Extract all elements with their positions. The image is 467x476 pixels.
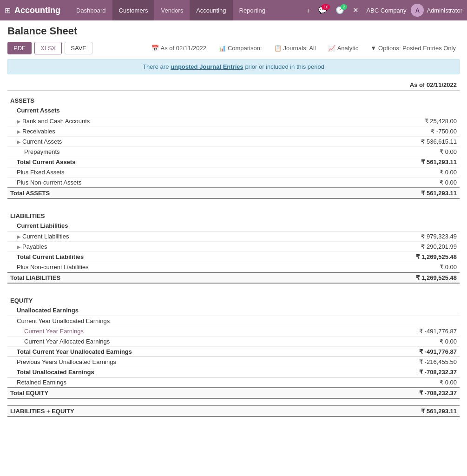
table-row: ▶Current Assets ₹ 536,615.11 xyxy=(7,137,460,147)
toolbar-filters: 📅 As of 02/11/2022 📊 Comparison: 📋 Journ… xyxy=(148,43,460,53)
pdf-button[interactable]: PDF xyxy=(7,42,32,54)
current-assets-group-header: Current Assets xyxy=(7,105,460,116)
table-row: ▶Receivables ₹ -750.00 xyxy=(7,126,460,137)
row-label[interactable]: ▶Current Assets xyxy=(7,137,324,147)
analytic-label: Analytic xyxy=(337,45,359,52)
main-content: Balance Sheet PDF XLSX SAVE 📅 As of 02/1… xyxy=(0,20,467,422)
total-value: ₹ 1,269,525.48 xyxy=(324,252,460,262)
liabilities-section-header: LIABILITIES xyxy=(7,206,460,220)
total-value: ₹ 561,293.11 xyxy=(324,157,460,167)
row-label: Current Year Unallocated Earnings xyxy=(7,316,324,326)
row-label[interactable]: ▶Bank and Cash Accounts xyxy=(7,116,324,126)
total-current-assets-row: Total Current Assets ₹ 561,293.11 xyxy=(7,157,460,167)
row-label[interactable]: ▶Receivables xyxy=(7,126,324,137)
liabilities-equity-label: LIABILITIES + EQUITY xyxy=(7,406,324,416)
row-value: ₹ -750.00 xyxy=(324,126,460,137)
row-label: Prepayments xyxy=(7,147,324,157)
comparison-filter[interactable]: 📊 Comparison: xyxy=(215,43,266,53)
row-label: Previous Years Unallocated Earnings xyxy=(7,357,324,367)
date-filter[interactable]: 📅 As of 02/11/2022 xyxy=(148,43,210,53)
avatar[interactable]: A xyxy=(411,4,424,17)
table-row: ▶Bank and Cash Accounts ₹ 25,428.00 xyxy=(7,116,460,126)
row-value: ₹ -216,455.50 xyxy=(324,357,460,367)
unallocated-earnings-header: Unallocated Earnings xyxy=(7,305,460,316)
comparison-label: Comparison: xyxy=(228,45,262,52)
options-filter[interactable]: ▼ Options: Posted Entries Only xyxy=(367,43,460,53)
total-liabilities-row: Total LIABILITIES ₹ 1,269,525.48 xyxy=(7,272,460,283)
journals-label: Journals: All xyxy=(283,45,316,52)
grandtotal-value: ₹ 1,269,525.48 xyxy=(324,272,460,283)
username[interactable]: Administrator xyxy=(427,7,462,14)
total-label: Total Current Liabilities xyxy=(7,252,324,262)
close-button[interactable]: ✕ xyxy=(350,4,362,16)
report-table: As of 02/11/2022 ASSETS Current Assets ▶… xyxy=(7,80,460,417)
table-row: Current Year Allocated Earnings ₹ 0.00 xyxy=(7,337,460,347)
expand-icon: ▶ xyxy=(17,234,20,239)
grandtotal-label: Total ASSETS xyxy=(7,188,324,198)
current-liabilities-label: Current Liabilities xyxy=(7,220,324,231)
row-label[interactable]: Current Year Earnings xyxy=(7,326,324,337)
table-row: Plus Non-current Assets ₹ 0.00 xyxy=(7,178,460,188)
alert-banner: There are unposted Journal Entries prior… xyxy=(7,59,460,74)
liabilities-equity-row: LIABILITIES + EQUITY ₹ 561,293.11 xyxy=(7,406,460,416)
row-value: ₹ 0.00 xyxy=(324,377,460,388)
nav-customers[interactable]: Customers xyxy=(112,0,155,20)
equity-section-header: EQUITY xyxy=(7,291,460,305)
expand-icon: ▶ xyxy=(17,129,20,134)
table-row: Current Year Unallocated Earnings xyxy=(7,316,460,326)
xlsx-button[interactable]: XLSX xyxy=(34,42,62,54)
row-value: ₹ 0.00 xyxy=(324,147,460,157)
expand-icon: ▶ xyxy=(17,139,20,145)
total-label: Total Current Assets xyxy=(7,157,324,167)
nav-vendors[interactable]: Vendors xyxy=(154,0,190,20)
chart-icon: 📊 xyxy=(218,45,226,52)
table-row: Current Year Earnings ₹ -491,776.87 xyxy=(7,326,460,337)
add-button[interactable]: + xyxy=(303,5,313,16)
row-value: ₹ 290,201.99 xyxy=(324,242,460,252)
grandtotal-label: Total LIABILITIES xyxy=(7,272,324,283)
row-value: ₹ -491,776.87 xyxy=(324,326,460,337)
expand-icon: ▶ xyxy=(17,244,20,250)
analytic-filter[interactable]: 📈 Analytic xyxy=(324,43,362,53)
row-label[interactable]: ▶Current Liabilities xyxy=(7,231,324,242)
current-assets-label: Current Assets xyxy=(7,105,324,116)
total-current-liabilities-row: Total Current Liabilities ₹ 1,269,525.48 xyxy=(7,252,460,262)
toolbar: PDF XLSX SAVE 📅 As of 02/11/2022 📊 Compa… xyxy=(7,42,460,54)
assets-section-header: ASSETS xyxy=(7,90,460,105)
activity-button[interactable]: 🕐2 xyxy=(333,4,347,16)
alert-link[interactable]: unposted Journal Entries xyxy=(171,63,243,70)
nav-links: Dashboard Customers Vendors Accounting R… xyxy=(70,0,303,20)
row-label: Retained Earnings xyxy=(7,377,324,388)
row-value: ₹ 25,428.00 xyxy=(324,116,460,126)
row-label[interactable]: ▶Payables xyxy=(7,242,324,252)
gap-row xyxy=(7,198,460,206)
table-row: Previous Years Unallocated Earnings ₹ -2… xyxy=(7,357,460,367)
gap-row xyxy=(7,398,460,406)
total-equity-row: Total EQUITY ₹ -708,232.37 xyxy=(7,388,460,398)
topnav-right: + 💬10 🕐2 ✕ ABC Company A Administrator xyxy=(303,4,462,17)
assets-header-label: ASSETS xyxy=(7,90,460,105)
header-date-col: As of 02/11/2022 xyxy=(324,80,460,90)
grandtotal-value: ₹ -708,232.37 xyxy=(324,388,460,398)
row-value: ₹ 0.00 xyxy=(324,178,460,188)
row-value: ₹ 0.00 xyxy=(324,262,460,273)
nav-reporting[interactable]: Reporting xyxy=(233,0,272,20)
table-row: Total Current Year Unallocated Earnings … xyxy=(7,347,460,357)
nav-dashboard[interactable]: Dashboard xyxy=(70,0,112,20)
discuss-button[interactable]: 💬10 xyxy=(316,4,330,16)
header-label-col xyxy=(7,80,324,90)
journals-filter[interactable]: 📋 Journals: All xyxy=(270,43,320,53)
row-label: Current Year Allocated Earnings xyxy=(7,337,324,347)
row-value: ₹ 0.00 xyxy=(324,337,460,347)
analytic-icon: 📈 xyxy=(328,45,335,52)
grid-icon[interactable]: ⊞ xyxy=(5,6,11,15)
date-filter-label: As of 02/11/2022 xyxy=(161,45,206,52)
nav-accounting[interactable]: Accounting xyxy=(190,0,232,20)
table-row: ▶Current Liabilities ₹ 979,323.49 xyxy=(7,231,460,242)
current-liabilities-group-header: Current Liabilities xyxy=(7,220,460,231)
save-button[interactable]: SAVE xyxy=(65,42,92,54)
table-row: Prepayments ₹ 0.00 xyxy=(7,147,460,157)
options-label: Options: Posted Entries Only xyxy=(378,45,456,52)
journals-icon: 📋 xyxy=(274,45,282,52)
company-name[interactable]: ABC Company xyxy=(366,7,406,14)
